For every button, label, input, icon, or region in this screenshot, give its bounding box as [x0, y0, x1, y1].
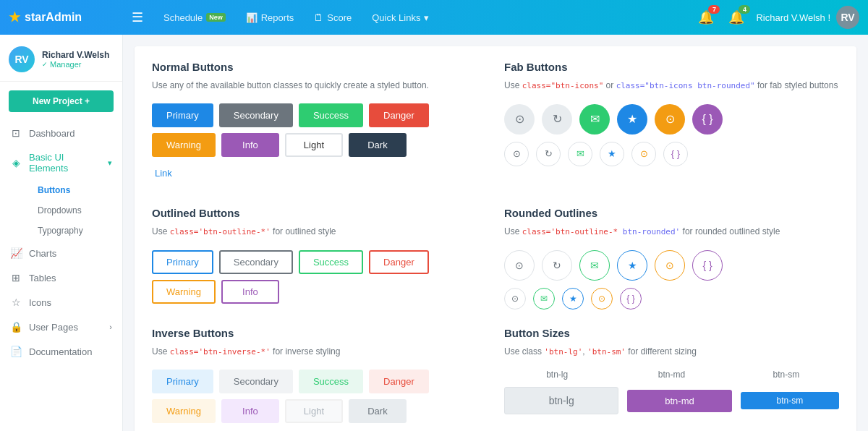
normal-buttons-row3: Link — [152, 163, 487, 184]
button-sizes-section: Button Sizes Use class 'btn-lg', 'btn-sm… — [504, 327, 839, 432]
inverse-buttons-desc: Use class='btn-inverse-*' for inverse st… — [152, 345, 487, 359]
nav-reports[interactable]: 📊 Reports — [237, 8, 303, 27]
reports-icon: 📊 — [246, 12, 258, 23]
sidebar-item-basic-ui[interactable]: ◈ Basic UI Elements ▾ — [0, 145, 122, 180]
tables-icon: ⊞ — [10, 272, 22, 283]
rounded-default-1[interactable]: ⊙ — [504, 250, 535, 281]
btn-outline-warning[interactable]: Warning — [152, 280, 216, 304]
size-btn-sm[interactable]: btn-sm — [741, 392, 839, 409]
rounded-code2: btn-rounded' — [618, 227, 680, 236]
quicklinks-label: Quick Links — [372, 12, 420, 23]
fab-outline-3[interactable]: ✉ — [568, 142, 592, 166]
rounded-sm-purple[interactable]: { } — [620, 288, 642, 310]
lock-icon: 🔒 — [10, 321, 22, 333]
btn-inverse-primary[interactable]: Primary — [152, 370, 213, 393]
btn-inverse-dark[interactable]: Dark — [349, 399, 407, 423]
fab-outline-5[interactable]: ⊙ — [631, 142, 656, 166]
schedule-label: Schedule — [163, 12, 203, 23]
fab-row2: ⊙ ↻ ✉ ★ ⊙ { } — [504, 142, 839, 166]
btn-primary[interactable]: Primary — [152, 103, 213, 127]
btn-outline-success[interactable]: Success — [299, 250, 363, 274]
btn-light[interactable]: Light — [285, 133, 343, 157]
dashboard-label: Dashboard — [29, 128, 75, 139]
sidebar-item-icons[interactable]: ☆ Icons — [0, 290, 122, 315]
reports-label: Reports — [261, 12, 294, 23]
fab-outline-1[interactable]: ⊙ — [504, 142, 529, 166]
sidebar-item-tables[interactable]: ⊞ Tables — [0, 265, 122, 290]
new-badge: New — [206, 13, 226, 22]
inverse-code: class='btn-inverse-*' — [170, 347, 271, 357]
rounded-purple-1[interactable]: { } — [692, 250, 723, 281]
user-menu[interactable]: Richard V.Welsh ! RV — [756, 6, 859, 29]
btn-inverse-warning[interactable]: Warning — [152, 399, 216, 423]
fab-buttons-desc: Use class="btn-icons" or class="btn-icon… — [504, 79, 839, 93]
rounded-sm-blue[interactable]: ★ — [562, 288, 584, 310]
hamburger-button[interactable]: ☰ — [132, 9, 143, 25]
sidebar-item-buttons[interactable]: Buttons — [29, 180, 122, 200]
main-content: Normal Buttons Use any of the available … — [123, 35, 868, 431]
btn-dark[interactable]: Dark — [349, 133, 407, 157]
outlined-buttons-section: Outlined Buttons Use class='btn-outline-… — [152, 207, 487, 310]
nav-score[interactable]: 🗒 Score — [305, 8, 360, 27]
rounded-green-1[interactable]: ✉ — [579, 250, 610, 281]
fab-yellow-1[interactable]: ⊙ — [655, 104, 685, 135]
size-btn-md[interactable]: btn-md — [627, 390, 731, 412]
sidebar-avatar: RV — [9, 46, 35, 72]
btn-warning[interactable]: Warning — [152, 133, 216, 157]
sidebar-item-user-pages[interactable]: 🔒 User Pages › — [0, 315, 122, 339]
fab-default-1[interactable]: ⊙ — [504, 104, 535, 135]
btn-danger[interactable]: Danger — [369, 103, 429, 127]
size-btn-lg[interactable]: btn-lg — [504, 387, 618, 414]
new-project-button[interactable]: New Project + — [9, 90, 114, 112]
btn-outline-secondary[interactable]: Secondary — [219, 250, 293, 274]
rounded-sm-default[interactable]: ⊙ — [504, 288, 526, 310]
btn-link[interactable]: Link — [152, 163, 175, 184]
btn-inverse-secondary[interactable]: Secondary — [219, 370, 293, 393]
sidebar-item-charts[interactable]: 📈 Charts — [0, 241, 122, 265]
rounded-sm-yellow[interactable]: ⊙ — [591, 288, 613, 310]
dashboard-icon: ⊡ — [10, 127, 22, 139]
fab-spin-1[interactable]: ↻ — [542, 104, 572, 135]
btn-outline-info[interactable]: Info — [221, 280, 279, 304]
sidebar-item-typography[interactable]: Typography — [29, 221, 122, 241]
rounded-yellow-1[interactable]: ⊙ — [655, 250, 685, 281]
fab-blue-1[interactable]: ★ — [617, 104, 647, 135]
button-sizes-title: Button Sizes — [504, 327, 839, 339]
btn-outline-primary[interactable]: Primary — [152, 250, 213, 274]
sidebar-item-dashboard[interactable]: ⊡ Dashboard — [0, 121, 122, 145]
rounded-outlines-title: Rounded Outlines — [504, 207, 839, 219]
fab-green-1[interactable]: ✉ — [579, 104, 610, 135]
nav-quicklinks[interactable]: Quick Links ▾ — [363, 8, 438, 27]
normal-buttons-desc: Use any of the available button classes … — [152, 79, 487, 92]
btn-inverse-light[interactable]: Light — [285, 399, 343, 423]
fab-outline-2[interactable]: ↻ — [536, 142, 561, 166]
brand-logo[interactable]: ★ starAdmin — [9, 9, 132, 25]
notification-bell[interactable]: 🔔 4 — [726, 7, 747, 28]
btn-inverse-danger[interactable]: Danger — [369, 370, 429, 393]
sidebar-item-dropdowns[interactable]: Dropdowns — [29, 200, 122, 221]
btn-inverse-info[interactable]: Info — [221, 399, 279, 423]
sidebar-user-info: Richard V.Welsh Manager — [42, 50, 114, 69]
size-label-sm: btn-sm — [733, 370, 839, 380]
sidebar-item-documentation[interactable]: 📄 Documentation — [0, 339, 122, 364]
btn-info[interactable]: Info — [221, 133, 279, 157]
notification-bell-messages[interactable]: 🔔 7 — [695, 7, 717, 28]
top-navigation: ★ starAdmin ☰ Schedule New 📊 Reports 🗒 S… — [0, 0, 868, 35]
rounded-blue-1[interactable]: ★ — [617, 250, 647, 281]
doc-icon: 📄 — [10, 346, 22, 357]
inverse-buttons-title: Inverse Buttons — [152, 327, 487, 339]
star-icon: ★ — [9, 9, 20, 25]
btn-success[interactable]: Success — [299, 103, 363, 127]
fab-purple-1[interactable]: { } — [692, 104, 723, 135]
fab-outline-4[interactable]: ★ — [600, 142, 624, 166]
normal-buttons-row1: Primary Secondary Success Danger — [152, 103, 487, 127]
nav-schedule[interactable]: Schedule New — [155, 8, 234, 27]
btn-secondary[interactable]: Secondary — [219, 103, 293, 127]
btn-outline-danger[interactable]: Danger — [369, 250, 429, 274]
sidebar-role: Manager — [42, 60, 114, 69]
rounded-sm-green[interactable]: ✉ — [533, 288, 555, 310]
fab-outline-6[interactable]: { } — [663, 142, 688, 166]
btn-inverse-success[interactable]: Success — [299, 370, 363, 393]
fab-code2: class="btn-icons btn-rounded" — [616, 81, 755, 90]
rounded-spin-1[interactable]: ↻ — [542, 250, 572, 281]
